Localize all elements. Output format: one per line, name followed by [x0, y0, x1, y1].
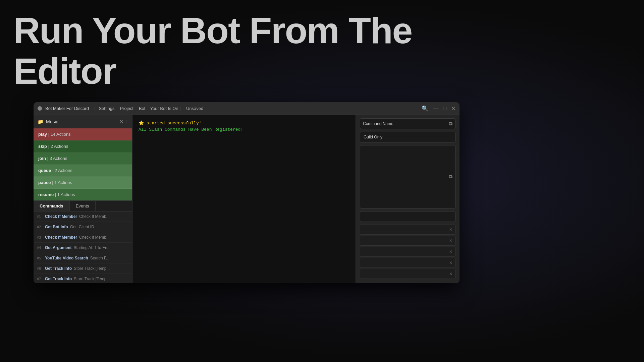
param-close-btn[interactable]: ✕	[449, 260, 452, 265]
command-list: play | 14 Actionsskip | 2 Actionsjoin | …	[34, 128, 132, 200]
action-name: Get Bot Info	[45, 225, 68, 229]
action-name: Check If Member	[45, 214, 77, 219]
tab-events[interactable]: Events	[70, 201, 96, 211]
command-name-edit-icon[interactable]: ⧉	[449, 121, 452, 127]
title-bar: Bot Maker For Discord | Settings Project…	[34, 102, 460, 115]
command-item-join[interactable]: join | 3 Actions	[34, 153, 132, 165]
terminal-area: ⭐ started successfully! All Slash Comman…	[132, 115, 356, 283]
right-panel: Command Name ⧉ Guild Only ⧉ ✕✕✕✕✕	[356, 115, 460, 283]
extra-field-2	[360, 211, 455, 222]
action-item[interactable]: #2 Get Bot Info Get: Client ID —	[34, 222, 132, 232]
sep1: |	[94, 106, 95, 111]
extra-field[interactable]: ⧉	[360, 145, 455, 208]
action-item[interactable]: #4 Get Argument Starting At: 1 to En...	[34, 243, 132, 253]
action-item[interactable]: #5 YouTube Video Search Search F...	[34, 253, 132, 263]
action-detail: Starting At: 1 to En...	[74, 245, 111, 250]
command-item-skip[interactable]: skip | 2 Actions	[34, 140, 132, 153]
action-num: #3	[37, 235, 45, 239]
app-window: Bot Maker For Discord | Settings Project…	[34, 102, 460, 283]
title-bar-nav: Settings Project Bot	[97, 105, 147, 112]
action-name: Check If Member	[45, 235, 77, 240]
param-row: ✕	[360, 247, 455, 257]
minimize-icon[interactable]: —	[433, 106, 438, 112]
command-name-field[interactable]: Command Name ⧉	[360, 118, 455, 129]
actions-list: #1 Check If Member Check If Memb...#2 Ge…	[34, 212, 132, 284]
param-row: ✕	[360, 225, 455, 235]
terminal-line-2: All Slash Commands Have Been Registered!	[139, 127, 350, 132]
param-row: ✕	[360, 236, 455, 246]
action-name: Get Track Info	[45, 277, 72, 281]
command-name-label: Command Name	[363, 121, 393, 126]
sep2: |	[180, 106, 181, 111]
action-name: YouTube Video Search	[45, 256, 88, 260]
action-detail: Store Track [Temp...	[74, 277, 110, 281]
close-icon[interactable]: ✕	[451, 105, 455, 112]
param-close-btn[interactable]: ✕	[449, 249, 452, 254]
folder-icon: 📁	[38, 119, 43, 124]
center-panel: ⭐ started successfully! All Slash Comman…	[132, 115, 356, 283]
maximize-icon[interactable]: □	[443, 106, 446, 112]
action-num: #1	[37, 215, 45, 219]
main-content: 📁 Music ✕ ↑ play | 14 Actionsskip | 2 Ac…	[34, 115, 460, 283]
action-name: Get Track Info	[45, 266, 72, 271]
action-num: #2	[37, 225, 45, 229]
folder-header: 📁 Music ✕ ↑	[34, 115, 132, 128]
unsaved-status: Unsaved	[186, 106, 203, 111]
param-close-btn[interactable]: ✕	[449, 272, 452, 276]
search-icon[interactable]: 🔍	[422, 105, 428, 112]
tab-commands[interactable]: Commands	[34, 201, 70, 211]
action-num: #4	[37, 246, 45, 250]
command-item-pause[interactable]: pause | 1 Actions	[34, 177, 132, 189]
param-row: ✕	[360, 258, 455, 268]
bot-status: Your Bot Is On	[150, 106, 178, 111]
hero-title: Run Your Bot From The Editor	[13, 10, 412, 91]
param-row: ✕	[360, 269, 455, 279]
action-num: #5	[37, 256, 45, 260]
action-detail: Get: Client ID —	[70, 225, 99, 229]
action-detail: Check If Memb...	[79, 214, 110, 219]
nav-settings[interactable]: Settings	[97, 105, 116, 112]
app-name-label: Bot Maker For Discord	[45, 106, 89, 111]
extra-field-icon[interactable]: ⧉	[449, 174, 452, 180]
hero-section: Run Your Bot From The Editor	[13, 10, 412, 91]
up-folder-btn[interactable]: ↑	[125, 119, 128, 125]
param-close-btn[interactable]: ✕	[449, 238, 452, 243]
action-detail: Search F...	[90, 256, 109, 260]
action-item[interactable]: #7 Get Track Info Store Track [Temp...	[34, 274, 132, 284]
param-rows: ✕✕✕✕✕	[360, 225, 455, 280]
command-name-section: Command Name ⧉	[360, 118, 455, 129]
window-dot	[38, 106, 42, 111]
action-item[interactable]: #1 Check If Member Check If Memb...	[34, 212, 132, 222]
folder-name: Music	[46, 119, 117, 124]
nav-bot[interactable]: Bot	[137, 105, 148, 112]
action-detail: Check If Memb...	[79, 235, 110, 240]
left-panel: 📁 Music ✕ ↑ play | 14 Actionsskip | 2 Ac…	[34, 115, 132, 283]
action-num: #7	[37, 277, 45, 281]
command-item-queue[interactable]: queue | 2 Actions	[34, 165, 132, 177]
action-item[interactable]: #3 Check If Member Check If Memb...	[34, 232, 132, 243]
action-detail: Store Track [Temp...	[74, 266, 110, 271]
guild-only-field[interactable]: Guild Only	[360, 132, 455, 142]
command-item-resume[interactable]: resume | 1 Actions	[34, 189, 132, 200]
command-name-row: Command Name ⧉	[360, 118, 455, 129]
command-item-play[interactable]: play | 14 Actions	[34, 128, 132, 140]
window-controls: 🔍 — □ ✕	[422, 105, 455, 112]
action-num: #6	[37, 266, 45, 270]
close-folder-btn[interactable]: ✕	[119, 118, 123, 125]
action-item[interactable]: #6 Get Track Info Store Track [Temp...	[34, 263, 132, 274]
terminal-line-1: ⭐ started successfully!	[139, 120, 350, 126]
param-close-btn[interactable]: ✕	[449, 227, 452, 232]
action-name: Get Argument	[45, 245, 72, 250]
tabs-bar: Commands Events	[34, 200, 132, 212]
nav-project[interactable]: Project	[118, 105, 135, 112]
